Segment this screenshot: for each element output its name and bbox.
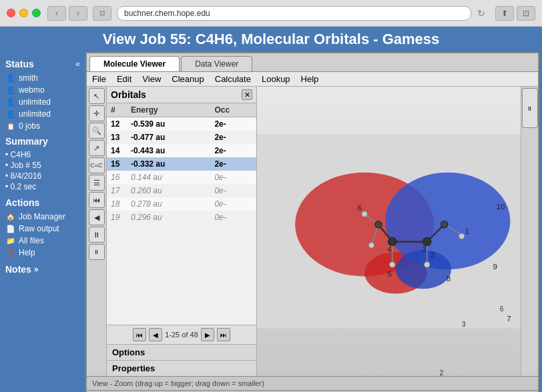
svg-point-3	[385, 173, 510, 270]
sidebar-item-unlimited1[interactable]: 👤 unlimited	[5, 96, 80, 108]
prev-page-btn[interactable]: ◀	[149, 328, 162, 341]
action-raw-output[interactable]: 📄 Raw output	[5, 223, 80, 235]
sidebar: Status « 👤 smith 👤 webmo 👤 unlimited 👤 u…	[0, 52, 85, 392]
menu-calculate[interactable]: Calculate	[215, 74, 251, 84]
menu-file[interactable]: File	[92, 74, 106, 84]
structure-tool-btn[interactable]: C=C	[89, 157, 105, 173]
orbital-panel: Orbitals ✕ # Energy Occ 12-0.539	[107, 87, 257, 376]
summary-title: Summary	[5, 136, 80, 147]
orbital-table: # Energy Occ 12-0.539 au2e-13-0.477 au2e…	[107, 103, 256, 325]
svg-point-18	[368, 243, 374, 248]
jobs-count-label: 0 jobs	[19, 121, 40, 131]
orbital-panel-close-btn[interactable]: ✕	[242, 89, 252, 100]
page-title-bar: View Job 55: C4H6, Molecular Orbitals - …	[0, 27, 542, 52]
last-page-btn[interactable]: ⏭	[217, 328, 230, 341]
document-icon: 📄	[5, 223, 16, 234]
page-info: 1-25 of 48	[165, 331, 198, 339]
play-back-btn[interactable]: ◀	[89, 209, 105, 225]
help-icon: ❓	[5, 247, 16, 258]
menu-lookup[interactable]: Lookup	[262, 74, 290, 84]
svg-point-16	[441, 221, 447, 227]
sidebar-item-jobs[interactable]: 📋 0 jobs	[5, 120, 80, 132]
svg-text:10: 10	[497, 203, 505, 211]
sidebar-item-smith[interactable]: 👤 smith	[5, 72, 80, 84]
orbital-row[interactable]: 170.260 au0e-	[107, 184, 256, 197]
menu-edit[interactable]: Edit	[117, 74, 131, 84]
action-all-files[interactable]: 📁 All files	[5, 235, 80, 247]
person-icon: 👤	[5, 97, 16, 107]
menu-help[interactable]: Help	[301, 74, 319, 84]
svg-point-17	[362, 211, 367, 217]
svg-point-15	[375, 221, 382, 227]
action-raw-output-label: Raw output	[19, 224, 59, 233]
url-bar[interactable]: buchner.chem.hope.edu	[117, 6, 471, 21]
person-icon: 👤	[5, 85, 16, 95]
notes-title: Notes »	[5, 264, 80, 275]
crosshair-tool-btn[interactable]: ✛	[89, 105, 105, 121]
action-job-manager-label: Job Manager	[19, 212, 65, 221]
person-icon: 👤	[5, 73, 16, 83]
viewer-hint: View - Zoom (drag up = bigger; drag down…	[87, 376, 538, 390]
svg-text:7: 7	[507, 315, 511, 323]
tab-data-viewer[interactable]: Data Viewer	[181, 56, 252, 71]
arrow-tool-btn[interactable]: ↖	[89, 88, 105, 104]
vert-slider-btn[interactable]: ⏸	[89, 244, 105, 260]
col-energy: Energy	[127, 103, 210, 117]
action-all-files-label: All files	[19, 236, 44, 245]
menu-cleanup[interactable]: Cleanup	[172, 74, 204, 84]
svg-text:3: 3	[422, 245, 426, 253]
svg-point-21	[459, 233, 464, 239]
tab-molecule-viewer[interactable]: Molecule Viewer	[89, 56, 180, 71]
folder-icon: 📁	[5, 235, 16, 246]
orbital-row[interactable]: 12-0.539 au2e-	[107, 117, 256, 131]
svg-text:5: 5	[387, 270, 391, 278]
actions-title: Actions	[5, 197, 80, 208]
pause-btn[interactable]: ⏸	[89, 227, 105, 243]
menu-bar: File Edit View Cleanup Calculate Lookup …	[87, 72, 538, 87]
house-icon: 🏠	[5, 211, 16, 222]
orbital-panel-header: Orbitals ✕	[107, 87, 256, 103]
svg-text:3: 3	[462, 321, 466, 328]
action-help-label: Help	[19, 248, 35, 257]
orbital-row[interactable]: 160.144 au0e-	[107, 171, 256, 184]
3d-viewer[interactable]: 7 10 1 2 9 5 8 4 3 6 7 10 1 2	[257, 87, 521, 376]
prev-frame-btn[interactable]: ⏮	[89, 192, 105, 208]
svg-text:9: 9	[493, 263, 497, 271]
user-webmo-label: webmo	[19, 85, 45, 95]
slider-handle[interactable]: ⏸	[522, 88, 538, 128]
jobs-icon: 📋	[5, 121, 16, 131]
expand-notes-icon[interactable]: »	[34, 265, 39, 274]
orbital-row[interactable]: 13-0.477 au2e-	[107, 131, 256, 144]
first-page-btn[interactable]: ⏮	[133, 328, 146, 341]
right-toolbar: ⏸	[521, 87, 538, 376]
pagination: ⏮ ◀ 1-25 of 48 ▶ ⏭	[107, 325, 256, 344]
tab-bar: Molecule Viewer Data Viewer	[87, 53, 538, 72]
action-help[interactable]: ❓ Help	[5, 247, 80, 259]
sidebar-item-unlimited2[interactable]: 👤 unlimited	[5, 108, 80, 120]
menu-view[interactable]: View	[142, 74, 161, 84]
orbital-row[interactable]: 180.278 au0e-	[107, 197, 256, 211]
col-occ: Occ	[210, 103, 256, 117]
action-job-manager[interactable]: 🏠 Job Manager	[5, 211, 80, 223]
orbital-row[interactable]: 190.296 au0e-	[107, 211, 256, 224]
svg-point-13	[388, 237, 396, 245]
properties-section[interactable]: Properties	[107, 360, 256, 376]
list-tool-btn[interactable]: ☰	[89, 175, 105, 191]
user-smith-label: smith	[19, 73, 38, 83]
svg-text:4: 4	[387, 245, 392, 253]
orbital-row[interactable]: 15-0.332 au2e-	[107, 157, 256, 171]
zoom-tool-btn[interactable]: 🔍	[89, 123, 105, 139]
options-section[interactable]: Options	[107, 344, 256, 360]
collapse-sidebar-btn[interactable]: «	[75, 59, 80, 69]
summary-job: Job # 55	[5, 160, 80, 171]
molecular-orbital-svg: 7 10 1 2 9 5 8 4 3 6 7 10 1 2	[257, 87, 521, 376]
svg-point-19	[390, 262, 395, 267]
svg-point-20	[425, 262, 430, 267]
svg-point-4	[396, 250, 451, 289]
orbital-row[interactable]: 14-0.443 au2e-	[107, 144, 256, 157]
select-tool-btn[interactable]: ↗	[89, 140, 105, 156]
sidebar-item-webmo[interactable]: 👤 webmo	[5, 84, 80, 96]
svg-text:2: 2	[431, 251, 435, 259]
person-icon: 👤	[5, 109, 16, 119]
next-page-btn[interactable]: ▶	[201, 328, 214, 341]
